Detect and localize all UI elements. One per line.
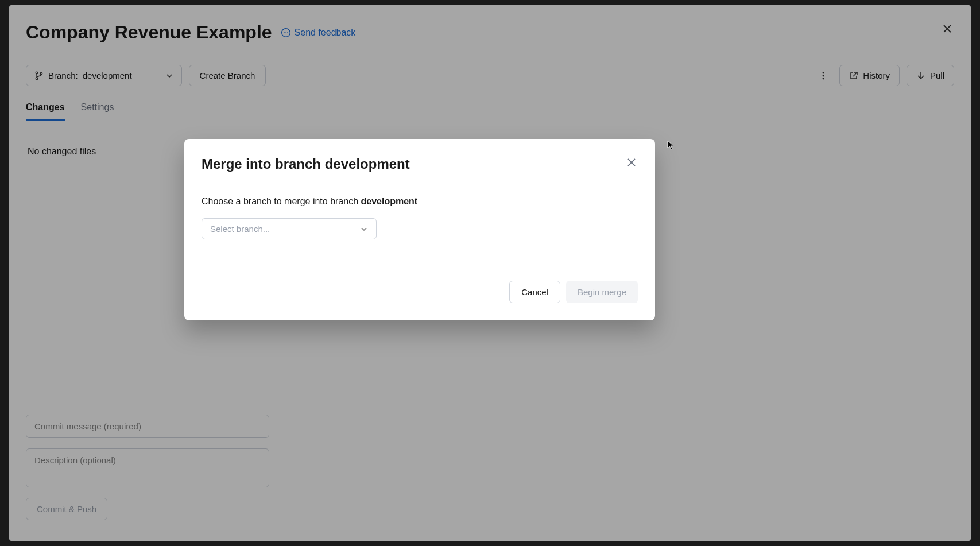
modal-subtitle: Choose a branch to merge into branch dev… bbox=[202, 196, 638, 207]
modal-title: Merge into branch development bbox=[202, 156, 410, 172]
modal-subtitle-branch: development bbox=[361, 196, 418, 206]
merge-modal: Merge into branch development Choose a b… bbox=[184, 139, 655, 320]
cancel-button[interactable]: Cancel bbox=[509, 281, 560, 303]
modal-subtitle-prefix: Choose a branch to merge into branch bbox=[202, 196, 361, 206]
branch-select-dropdown[interactable]: Select branch... bbox=[202, 218, 377, 239]
branch-dropdown-placeholder: Select branch... bbox=[210, 224, 270, 234]
modal-footer: Cancel Begin merge bbox=[202, 281, 638, 303]
close-icon bbox=[626, 157, 637, 168]
modal-header: Merge into branch development bbox=[202, 156, 638, 172]
mouse-cursor-icon bbox=[667, 140, 675, 150]
modal-close-button[interactable] bbox=[625, 156, 638, 169]
chevron-down-icon bbox=[360, 225, 368, 233]
begin-merge-button[interactable]: Begin merge bbox=[566, 281, 638, 303]
